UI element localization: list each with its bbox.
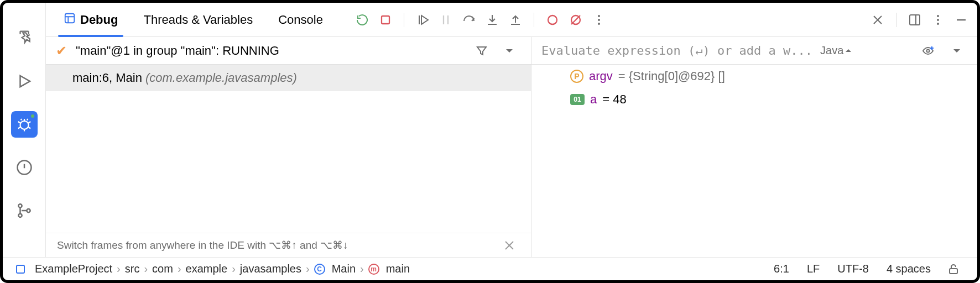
tab-label: Threads & Variables [143, 13, 253, 27]
cursor-position[interactable]: 6:1 [768, 263, 795, 275]
tool-rail [3, 3, 46, 257]
app-frame: Debug Threads & Variables Console [0, 0, 980, 283]
svg-point-4 [27, 209, 30, 212]
add-watch-icon[interactable] [918, 40, 939, 61]
var-value: = 48 [602, 92, 626, 107]
svg-rect-17 [950, 269, 957, 274]
frame-package: (com.example.javasamples) [145, 71, 297, 85]
var-name: a [590, 92, 597, 107]
thread-header-row[interactable]: ✔ "main"@1 in group "main": RUNNING [46, 37, 531, 65]
divider [896, 13, 896, 27]
class-icon: C [314, 264, 325, 275]
pause-icon[interactable] [435, 9, 456, 30]
minimize-icon[interactable] [951, 9, 972, 30]
layout-settings-icon[interactable] [904, 9, 925, 30]
int-icon: 01 [570, 94, 585, 105]
svg-rect-6 [382, 16, 389, 24]
close-icon[interactable] [867, 9, 888, 30]
layout-icon [64, 12, 76, 28]
scope-chip[interactable]: Java [820, 44, 851, 57]
build-tool-button[interactable] [11, 25, 38, 51]
svg-point-10 [598, 19, 600, 21]
variable-row[interactable]: 01 a = 48 [531, 88, 977, 111]
debugger-panes: ✔ "main"@1 in group "main": RUNNING main… [46, 37, 977, 257]
step-out-icon[interactable] [505, 9, 526, 30]
encoding[interactable]: UTF-8 [832, 263, 874, 275]
svg-point-3 [18, 214, 22, 217]
indent-setting[interactable]: 4 spaces [881, 263, 936, 275]
svg-rect-5 [65, 13, 75, 23]
problems-tool-button[interactable] [11, 154, 38, 181]
svg-point-13 [937, 15, 939, 17]
mute-breakpoints-icon[interactable] [565, 9, 586, 30]
vars-dropdown-icon[interactable] [946, 40, 967, 61]
tab-label: Console [278, 13, 323, 27]
tabs: Debug Threads & Variables Console [46, 3, 333, 36]
breadcrumb-item[interactable]: example [186, 263, 228, 275]
frame-location: main:6, Main [72, 71, 142, 85]
var-value: = {String[0]@692} [] [618, 69, 725, 83]
svg-rect-12 [910, 15, 920, 25]
readonly-lock-icon[interactable] [943, 259, 964, 280]
status-bar: ExampleProject› src› com› example› javas… [3, 257, 977, 280]
stack-frame-row[interactable]: main:6, Main (com.example.javasamples) [46, 65, 531, 91]
rerun-icon[interactable] [352, 9, 373, 30]
more-icon[interactable] [588, 9, 609, 30]
view-breakpoints-icon[interactable] [542, 9, 563, 30]
content-column: Debug Threads & Variables Console [46, 3, 977, 257]
stop-icon[interactable] [375, 9, 396, 30]
run-tool-button[interactable] [11, 68, 38, 95]
module-icon [16, 265, 25, 274]
svg-point-11 [598, 23, 600, 25]
breadcrumb-item[interactable]: main [386, 263, 410, 275]
breadcrumb-item[interactable]: javasamples [240, 263, 301, 275]
debug-toolbar: Debug Threads & Variables Console [46, 3, 977, 37]
debug-tool-button[interactable] [11, 111, 38, 138]
step-into-icon[interactable] [482, 9, 503, 30]
method-icon: m [368, 264, 379, 275]
check-icon: ✔ [56, 43, 67, 59]
svg-point-15 [937, 23, 939, 25]
resume-icon[interactable] [412, 9, 433, 30]
breadcrumb-item[interactable]: src [125, 263, 140, 275]
line-separator[interactable]: LF [801, 263, 825, 275]
thread-status-text: "main"@1 in group "main": RUNNING [76, 44, 279, 58]
breadcrumb-item[interactable]: com [152, 263, 173, 275]
variable-row[interactable]: P argv = {String[0]@692} [] [531, 65, 977, 88]
svg-point-0 [20, 121, 28, 129]
hint-text: Switch frames from anywhere in the IDE w… [57, 239, 348, 251]
breadcrumbs[interactable]: ExampleProject› src› com› example› javas… [35, 263, 410, 275]
step-over-icon[interactable] [458, 9, 479, 30]
breadcrumb-item[interactable]: Main [332, 263, 356, 275]
dropdown-icon[interactable] [499, 40, 520, 61]
vcs-tool-button[interactable] [11, 197, 38, 224]
main-area: Debug Threads & Variables Console [3, 3, 977, 257]
tab-debug[interactable]: Debug [54, 3, 128, 36]
hint-row: Switch frames from anywhere in the IDE w… [46, 233, 531, 257]
svg-point-14 [937, 19, 939, 21]
options-icon[interactable] [927, 9, 948, 30]
tab-console[interactable]: Console [268, 3, 333, 36]
tab-label: Debug [80, 13, 118, 27]
divider [534, 13, 534, 27]
breadcrumb-item[interactable]: ExampleProject [35, 263, 112, 275]
close-hint-icon[interactable] [499, 235, 520, 256]
svg-point-2 [18, 204, 22, 207]
divider [404, 13, 404, 27]
active-indicator-dot [30, 113, 35, 119]
tab-threads-variables[interactable]: Threads & Variables [133, 3, 263, 36]
param-icon: P [570, 70, 583, 83]
svg-point-9 [598, 15, 600, 17]
frames-pane: ✔ "main"@1 in group "main": RUNNING main… [46, 37, 531, 257]
filter-icon[interactable] [471, 40, 492, 61]
var-name: argv [589, 69, 613, 83]
variables-pane: Evaluate expression (↵) or add a w... Ja… [531, 37, 977, 257]
evaluate-row[interactable]: Evaluate expression (↵) or add a w... Ja… [531, 37, 977, 65]
svg-point-16 [927, 49, 930, 52]
evaluate-placeholder: Evaluate expression (↵) or add a w... [541, 44, 812, 57]
svg-point-7 [548, 15, 557, 24]
